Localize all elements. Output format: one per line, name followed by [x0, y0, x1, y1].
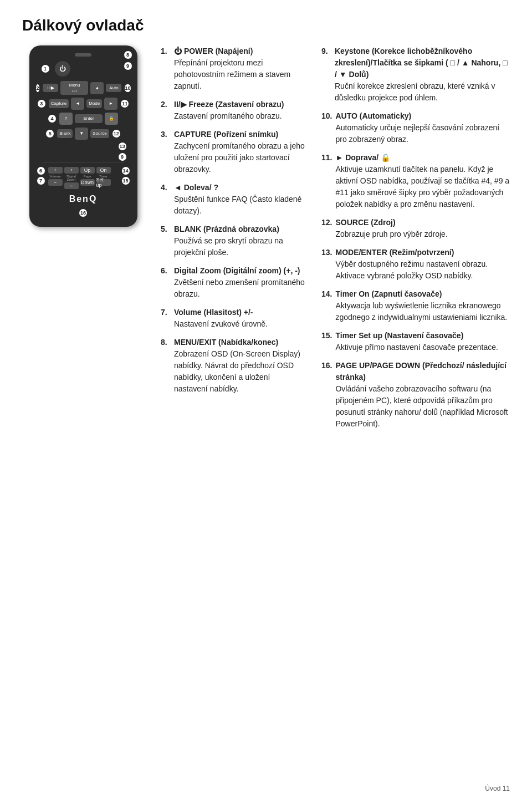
capture-button[interactable]: Capture: [49, 99, 69, 108]
blank-button[interactable]: Blank: [57, 129, 73, 138]
badge-4: 4: [48, 115, 56, 123]
left-arrow-button[interactable]: ◄: [71, 98, 84, 110]
remote-illustration: 8 9 1 ⏻ 2 II/▶ MenuExit ▲ Auto 10 3 Capt: [22, 45, 144, 227]
page-down-button[interactable]: Down: [80, 179, 95, 186]
page-up-button[interactable]: Up: [80, 167, 95, 174]
remote-ir-emitter: [75, 53, 91, 57]
desc-item-16: 16. PAGE UP/PAGE DOWN (Předchozí/ násled…: [321, 360, 510, 430]
power-button[interactable]: ⏻: [55, 61, 70, 77]
page-label: Page: [83, 175, 91, 178]
desc-item-4: 4. ◄ Doleva/ ? Spuštění funkce FAQ (Čast…: [161, 182, 305, 217]
right-arrow-button[interactable]: ►: [104, 98, 117, 110]
benq-logo: BenQ: [69, 194, 98, 204]
volume-plus-button[interactable]: +: [48, 167, 63, 174]
desc-item-5: 5. BLANK (Prázdná obrazovka) Používá se …: [161, 223, 305, 258]
down-arrow-button[interactable]: ▼: [75, 128, 88, 140]
desc-item-6: 6. Digital Zoom (Digitální zoom) (+, -) …: [161, 265, 305, 300]
footer-text: Úvod 11: [485, 785, 510, 792]
desc-item-13: 13. MODE/ENTER (Režim/potvrzení) Výběr d…: [321, 247, 510, 282]
badge-8: 8: [124, 51, 132, 59]
right-desc-list: 9. Keystone (Korekce lichoběžníkového zk…: [321, 45, 510, 430]
badge-13: 13: [119, 143, 126, 150]
badge-15: 15: [122, 177, 130, 185]
page-title: Dálkový ovladač: [22, 17, 510, 34]
help-button[interactable]: ?: [59, 113, 73, 125]
zoom-minus-button[interactable]: −: [64, 182, 79, 189]
badge-6: 6: [37, 167, 45, 175]
separator: [43, 162, 123, 162]
timer-on-button[interactable]: On: [96, 167, 111, 174]
desc-item-2: 2. II/▶ Freeze (Zastavení obrazu) Zastav…: [161, 99, 305, 122]
zoom-label: DigitalZoom: [66, 175, 76, 181]
desc-item-12: 12. SOURCE (Zdroj) Zobrazuje pruh pro vý…: [321, 217, 510, 240]
freeze-button[interactable]: II/▶: [43, 84, 58, 93]
lock-button[interactable]: 🔒: [105, 113, 118, 125]
desc-item-1: 1. ⏻ POWER (Napájení) Přepínání projekto…: [161, 45, 305, 92]
desc-item-9: 9. Keystone (Korekce lichoběžníkového zk…: [321, 45, 510, 104]
badge-1: 1: [42, 65, 49, 73]
badge-9b: 9: [119, 153, 126, 161]
setup-button[interactable]: Set up: [96, 179, 111, 186]
badge-2: 2: [36, 84, 40, 92]
desc-item-11: 11. ► Doprava/ 🔒 Aktivuje uzamknutí tlač…: [321, 152, 510, 210]
desc-item-10: 10. AUTO (Automaticky) Automaticky určuj…: [321, 110, 510, 145]
volume-label: Volume: [49, 175, 60, 178]
desc-item-3: 3. CAPTURE (Pořízení snímku) Zachycení p…: [161, 129, 305, 175]
remote-control: 8 9 1 ⏻ 2 II/▶ MenuExit ▲ Auto 10 3 Capt: [29, 45, 137, 227]
badge-14: 14: [122, 167, 130, 175]
badge-5: 5: [46, 130, 54, 138]
badge-11: 11: [121, 100, 129, 108]
volume-minus-button[interactable]: −: [48, 179, 63, 186]
auto-button[interactable]: Auto: [106, 84, 121, 93]
badge-7: 7: [37, 177, 45, 185]
desc-item-8: 8. MENU/EXIT (Nabídka/konec) Zobrazení O…: [161, 337, 305, 395]
badge-10: 10: [125, 84, 130, 92]
desc-item-14: 14. Timer On (Zapnutí časovače) Aktywacj…: [321, 288, 510, 323]
zoom-plus-button[interactable]: +: [64, 167, 79, 174]
badge-3: 3: [38, 100, 45, 108]
desc-item-15: 15. Timer Set up (Nastavení časovače) Ak…: [321, 330, 510, 353]
badge-16: 16: [79, 209, 87, 217]
up-arrow-button[interactable]: ▲: [90, 82, 104, 94]
badge-9: 9: [124, 62, 132, 70]
page-footer: Úvod 11: [485, 785, 510, 792]
description-left: 1. ⏻ POWER (Napájení) Přepínání projekto…: [161, 45, 305, 401]
mode-button[interactable]: Mode: [86, 99, 102, 108]
enter-button[interactable]: Enter: [75, 114, 103, 123]
menu-button[interactable]: MenuExit: [60, 81, 88, 95]
desc-item-7: 7. Volume (Hlasitost) +/- Nastavení zvuk…: [161, 307, 305, 330]
left-desc-list: 1. ⏻ POWER (Napájení) Přepínání projekto…: [161, 45, 305, 395]
badge-12: 12: [112, 130, 120, 138]
source-button[interactable]: Source: [90, 129, 109, 138]
description-right: 9. Keystone (Korekce lichoběžníkového zk…: [321, 45, 510, 436]
